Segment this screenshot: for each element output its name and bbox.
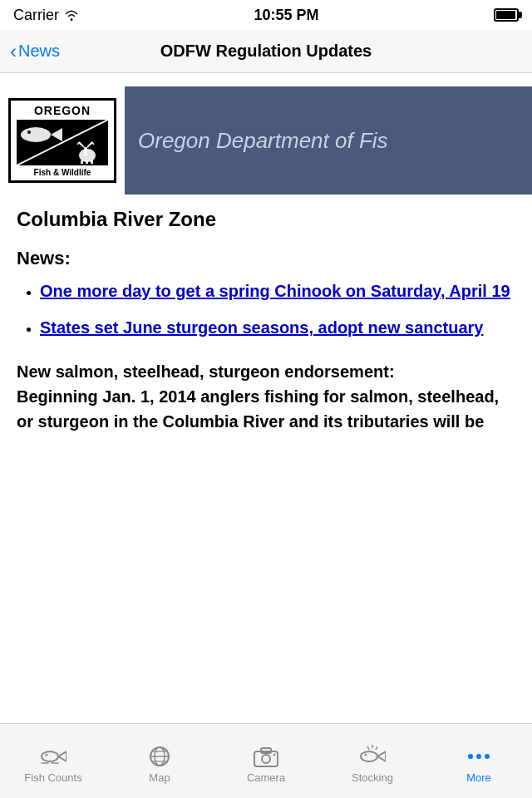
list-item: States set June sturgeon seasons, adopt … (40, 316, 515, 339)
svg-line-11 (92, 142, 94, 145)
wifi-icon (64, 9, 79, 21)
article-body: New salmon, steelhead, sturgeon endorsem… (17, 359, 515, 434)
svg-point-28 (273, 754, 276, 756)
tab-more-label: More (466, 771, 491, 784)
tab-camera-label: Camera (247, 771, 285, 784)
tab-stocking-label: Stocking (352, 771, 393, 784)
svg-point-17 (46, 754, 48, 756)
fish-silhouette (19, 123, 62, 146)
tab-camera[interactable]: Camera (213, 738, 319, 784)
svg-point-1 (21, 127, 51, 142)
carrier-wifi: Carrier (13, 7, 79, 24)
tab-fish-counts-label: Fish Counts (24, 771, 81, 784)
tab-fish-counts[interactable]: Fish Counts (0, 738, 106, 784)
svg-marker-16 (58, 751, 66, 761)
svg-point-29 (361, 751, 377, 761)
svg-rect-5 (84, 147, 87, 155)
article-content: Columbia River Zone News: One more day t… (0, 195, 532, 447)
nav-bar: ‹ News ODFW Regulation Updates (0, 30, 532, 73)
banner-dept-text: Oregon Department of Fis (138, 128, 388, 154)
map-icon (146, 745, 173, 768)
logo-oregon-text: OREGON (16, 104, 109, 117)
tab-map-label: Map (149, 771, 170, 784)
svg-point-26 (262, 755, 270, 763)
list-item: One more day to get a spring Chinook on … (40, 279, 515, 303)
svg-rect-14 (91, 160, 93, 164)
stocking-icon (359, 745, 386, 768)
news-link-1[interactable]: One more day to get a spring Chinook on … (40, 282, 510, 300)
zone-title: Columbia River Zone (17, 208, 515, 231)
tab-more[interactable]: More (426, 738, 532, 784)
svg-rect-13 (86, 160, 88, 164)
svg-point-3 (27, 131, 31, 134)
content-area: OREGON (0, 73, 532, 522)
page-title: ODFW Regulation Updates (10, 42, 522, 61)
deer-silhouette (69, 140, 106, 164)
news-label: News: (17, 248, 515, 269)
more-icon (466, 745, 492, 768)
banner-text-area: Oregon Department of Fis (125, 86, 532, 195)
news-link-2[interactable]: States set June sturgeon seasons, adopt … (40, 318, 484, 337)
tab-stocking[interactable]: Stocking (319, 738, 426, 784)
tab-bar: Fish Counts Map Camera (0, 723, 532, 798)
logo-fw-text: Fish & Wildlife (16, 168, 109, 177)
svg-point-37 (485, 754, 490, 759)
svg-line-33 (376, 746, 377, 750)
logo-image (17, 120, 108, 165)
svg-marker-2 (51, 128, 62, 141)
status-time: 10:55 PM (254, 7, 318, 24)
body-text: New salmon, steelhead, sturgeon endorsem… (17, 362, 499, 431)
svg-point-36 (476, 754, 481, 759)
svg-line-34 (367, 746, 369, 750)
fish-counts-icon (40, 745, 66, 768)
svg-point-35 (468, 754, 473, 759)
odfw-banner: OREGON (0, 86, 532, 195)
battery-indicator (494, 8, 519, 22)
svg-marker-30 (377, 751, 386, 761)
svg-rect-12 (81, 160, 83, 164)
status-bar: Carrier 10:55 PM (0, 0, 532, 30)
camera-icon (253, 745, 279, 768)
svg-point-31 (365, 754, 367, 756)
odfw-logo: OREGON (0, 86, 125, 195)
tab-map[interactable]: Map (106, 738, 213, 784)
svg-point-15 (42, 751, 58, 761)
news-list: One more day to get a spring Chinook on … (17, 279, 515, 339)
carrier-text: Carrier (13, 7, 59, 24)
